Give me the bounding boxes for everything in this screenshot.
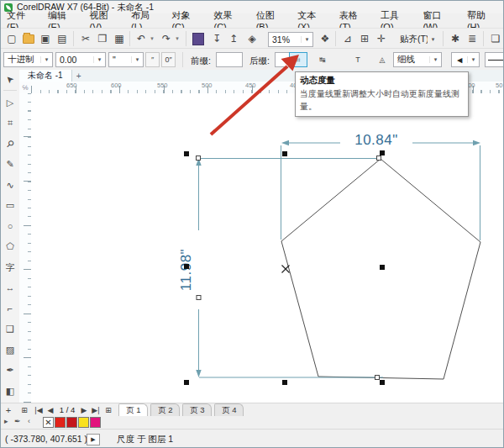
paste-icon[interactable]: ▦ [112,31,127,46]
ruler-origin[interactable]: ℅ [19,82,32,94]
dimension-text-angle-button[interactable]: ◬ [375,52,390,67]
menu-text[interactable]: 文本(X) [291,13,333,28]
vertical-dimension-text[interactable]: 11.98" [178,228,197,312]
show-grid-icon[interactable]: ⊞ [357,31,372,46]
application-launcher-icon[interactable]: ◈ [244,31,260,46]
transparency-tool[interactable]: ▨ [3,342,18,357]
page-tab-3[interactable]: 页 3 [182,403,212,416]
color-swatch-red[interactable] [55,417,66,428]
previous-page-icon[interactable]: ◀ [46,404,55,415]
open-icon[interactable] [21,31,36,46]
palette-eyedropper-icon[interactable]: ✒ [14,417,21,425]
show-guidelines-icon[interactable]: ✛ [374,31,389,46]
leading-zero-toggle[interactable]: 0″ [161,52,176,67]
prefix-input[interactable] [216,52,243,67]
new-document-tab-button[interactable]: + [72,70,86,82]
connector-tool[interactable]: ⌐ [3,301,18,316]
zoom-tool[interactable]: ⚲ [3,136,18,151]
show-units-toggle[interactable]: ″ [145,52,160,67]
menu-bitmaps[interactable]: 位图(B) [250,13,292,28]
redo-dropdown-icon[interactable]: ▾ [174,35,181,42]
dimension-precision-value: 0.00 [56,55,93,65]
extension-lines-button[interactable]: ↹ [313,52,332,67]
add-page-before-icon[interactable]: ⊞ [19,404,29,415]
menu-layout[interactable]: 布局(L) [125,13,165,28]
redo-icon[interactable]: ↷ [159,31,174,46]
outline-width-combobox[interactable]: 细线 ▾ [393,52,442,67]
document-tab[interactable]: 未命名 -1 [19,70,72,82]
menu-table[interactable]: 表格(T) [333,13,375,28]
last-page-icon[interactable]: ▶| [90,404,102,415]
menu-file[interactable]: 文件(F) [1,13,42,28]
new-document-icon[interactable]: ▢ [4,31,19,46]
menu-help[interactable]: 帮助(H) [461,13,503,28]
pick-tool[interactable]: ➤ [3,71,18,87]
import-icon[interactable]: ↧ [209,31,224,46]
chevron-down-icon[interactable]: ▾ [467,56,479,63]
no-color-swatch[interactable]: ✕ [43,417,54,428]
save-icon[interactable]: ▣ [38,31,53,46]
color-swatch-magenta[interactable] [90,417,101,428]
page-tab-1[interactable]: 页 1 [118,403,148,416]
drawing-canvas[interactable] [31,93,504,403]
text-position-button[interactable]: T [349,52,366,67]
menu-tools[interactable]: 工具(O) [375,13,417,28]
drop-shadow-tool[interactable]: ❑ [3,321,18,336]
first-page-icon[interactable]: |◀ [33,404,45,415]
status-flyout-icon[interactable]: ▶ [87,434,100,445]
next-page-icon[interactable]: ▶ [80,404,88,415]
welcome-screen-icon[interactable]: ❏ [488,31,503,46]
toolbars-icon[interactable]: ≣ [465,31,480,46]
undo-dropdown-icon[interactable]: ▾ [149,35,155,42]
chevron-down-icon[interactable]: ▾ [301,36,312,43]
add-tools-button[interactable]: + [3,404,14,415]
parallel-dimension-tool[interactable]: ↔ [3,280,18,295]
line-style-combobox[interactable] [485,52,504,67]
options-icon[interactable]: ✱ [448,31,463,46]
shape-tool[interactable]: ▷ [3,95,18,110]
dimension-precision-combobox[interactable]: 0.00 ▾ [55,52,106,67]
freehand-tool[interactable]: ✎ [3,156,18,171]
ellipse-tool[interactable]: ○ [3,219,18,234]
menu-object[interactable]: 对象(C) [165,13,207,28]
color-swatch-dark-red[interactable] [66,417,77,428]
text-tool[interactable]: 字 [3,260,18,275]
show-rulers-icon[interactable]: ⊿ [340,31,355,46]
crop-tool[interactable]: ⌗ [3,115,18,130]
chevron-down-icon[interactable]: ▾ [131,56,143,63]
artistic-media-tool[interactable]: ∿ [3,177,18,192]
fullscreen-preview-icon[interactable]: ❖ [318,31,333,46]
color-eyedropper-tool[interactable]: ✒ [3,362,18,377]
dimension-style-combobox[interactable]: 十进制 ▾ [3,52,53,67]
palette-flyout-icon[interactable]: ▸ [4,417,8,425]
chevron-down-icon[interactable]: ▾ [428,36,438,43]
interactive-fill-tool[interactable]: ◧ [3,383,18,398]
page-tab-4[interactable]: 页 4 [214,403,244,416]
copy-icon[interactable]: ❐ [95,31,110,46]
snap-to-dropdown[interactable]: 贴齐(T) ▾ [396,32,439,47]
zoom-level-combobox[interactable]: 31% ▾ [268,32,313,47]
start-arrowhead-combobox[interactable]: ◄ ▾ [451,52,480,67]
cut-icon[interactable]: ✂ [78,31,93,46]
search-content-icon[interactable] [191,31,206,46]
print-icon[interactable]: ▤ [55,31,70,46]
rectangle-tool[interactable]: ▭ [3,198,18,213]
menu-effects[interactable]: 效果(C) [208,13,250,28]
chevron-down-icon[interactable]: ▾ [93,56,105,63]
menu-view[interactable]: 视图(V) [83,13,125,28]
page-tab-2[interactable]: 页 2 [150,403,180,416]
dimension-units-combobox[interactable]: " ▾ [108,52,144,67]
chevron-down-icon[interactable]: ▾ [429,56,441,63]
palette-scroll-left-icon[interactable]: ‹ [28,417,30,425]
chevron-down-icon[interactable]: ▾ [40,56,52,63]
add-page-after-icon[interactable]: ⊞ [103,404,113,415]
horizontal-dimension-text[interactable]: 10.84" [340,132,412,149]
export-icon[interactable]: ↥ [226,31,241,46]
vertical-ruler[interactable] [19,93,32,403]
menu-edit[interactable]: 编辑(E) [42,13,84,28]
polygon-tool[interactable]: ⬠ [3,239,18,254]
undo-icon[interactable]: ↶ [134,31,149,46]
color-swatch-yellow[interactable] [78,417,89,428]
menu-window[interactable]: 窗口(W) [417,13,461,28]
dynamic-dimensioning-button[interactable]: ⌗ [289,52,307,67]
